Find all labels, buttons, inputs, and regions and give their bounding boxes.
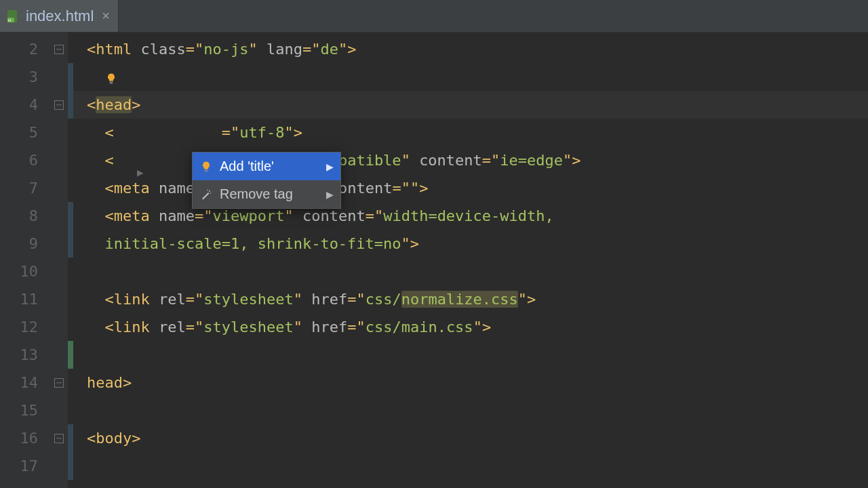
fold-toggle[interactable]	[54, 378, 64, 388]
menu-label: Add 'title'	[220, 159, 319, 174]
menu-item-add-title[interactable]: Add 'title'▶	[193, 152, 340, 180]
svg-rect-4	[205, 171, 208, 171]
bulb-icon	[199, 160, 213, 174]
code-line[interactable]: <html class="no-js" lang="de">	[68, 35, 868, 63]
gutter-row: 12	[0, 313, 68, 341]
change-marker	[68, 91, 73, 119]
svg-rect-8	[109, 81, 113, 83]
chevron-right-icon: ▶	[326, 161, 334, 172]
play-icon[interactable]: ▶	[137, 166, 144, 179]
gutter-row: 2	[0, 35, 68, 63]
svg-rect-3	[205, 169, 208, 171]
line-number: 17	[0, 458, 38, 474]
html-file-icon: H	[5, 9, 20, 24]
line-number: 11	[0, 291, 38, 308]
gutter-row: 8	[0, 202, 68, 230]
change-marker	[68, 341, 73, 369]
line-number: 10	[0, 263, 38, 280]
line-number: 12	[0, 319, 38, 336]
code-line[interactable]: <meta charset="utf-8">	[68, 119, 868, 146]
menu-item-remove-tag[interactable]: Remove tag▶	[193, 180, 340, 208]
tab-filename: index.html	[26, 7, 94, 25]
editor-tab[interactable]: H index.html ×	[0, 0, 119, 32]
svg-text:H: H	[8, 18, 11, 22]
code-line[interactable]: <link rel="stylesheet" href="css/main.cs…	[68, 313, 868, 341]
code-line[interactable]	[68, 396, 868, 424]
gutter-row: 16	[0, 424, 68, 452]
code-line[interactable]: head>	[68, 369, 868, 396]
change-marker	[68, 424, 73, 452]
code-line[interactable]: <head>	[68, 91, 868, 119]
code-line[interactable]	[68, 452, 868, 480]
line-number: 9	[0, 235, 38, 252]
gutter-row: 14	[0, 369, 68, 396]
code-line[interactable]: <meta http-equiv="x-ua-compatible" conte…	[68, 146, 868, 174]
line-number: 6	[0, 152, 38, 169]
gutter-row: 5	[0, 119, 68, 146]
gutter-row: 9	[0, 230, 68, 258]
gutter-row: 15	[0, 396, 68, 424]
gutter-row: 7	[0, 174, 68, 202]
line-number: 3	[0, 68, 38, 85]
tab-bar: H index.html ×	[0, 0, 868, 33]
line-number: 4	[0, 96, 38, 113]
svg-point-7	[210, 192, 212, 194]
change-marker	[68, 63, 73, 91]
code-area[interactable]: Add 'title'▶Remove tag▶ <html class="no-…	[68, 33, 868, 488]
gutter-row: 13	[0, 341, 68, 369]
code-line[interactable]: <meta name="description" content="">	[68, 174, 868, 202]
fold-toggle[interactable]	[54, 45, 64, 54]
code-line[interactable]: <body>	[68, 424, 868, 452]
wand-icon	[199, 188, 213, 201]
line-number: 14	[0, 374, 38, 391]
line-number: 13	[0, 346, 38, 363]
gutter-row: 11	[0, 285, 68, 313]
code-line[interactable]: initial-scale=1, shrink-to-fit=no">	[68, 230, 868, 258]
line-number: 16	[0, 430, 38, 447]
gutter-row: 17	[0, 452, 68, 480]
intention-menu: Add 'title'▶Remove tag▶	[192, 152, 341, 209]
line-number: 2	[0, 41, 38, 58]
code-line[interactable]: <meta name="viewport" content="width=dev…	[68, 202, 868, 230]
close-icon[interactable]: ×	[102, 8, 110, 24]
fold-toggle[interactable]	[54, 100, 64, 110]
editor: 234567891011121314151617 Add 'title'▶Rem…	[0, 33, 868, 488]
svg-point-6	[207, 189, 208, 190]
change-marker	[68, 230, 73, 258]
svg-rect-9	[110, 83, 113, 83]
bulb-icon[interactable]	[105, 71, 117, 83]
line-number: 7	[0, 180, 38, 197]
change-marker	[68, 202, 73, 230]
menu-label: Remove tag	[220, 186, 319, 202]
gutter-row: 6	[0, 146, 68, 174]
code-line[interactable]: <link rel="stylesheet" href="css/normali…	[68, 285, 868, 313]
line-number: 15	[0, 402, 38, 419]
code-line[interactable]	[68, 258, 868, 285]
gutter: 234567891011121314151617	[0, 33, 68, 488]
line-number: 5	[0, 124, 38, 141]
chevron-right-icon: ▶	[326, 189, 334, 200]
change-marker	[68, 452, 73, 480]
code-line[interactable]	[68, 63, 868, 91]
fold-toggle[interactable]	[54, 434, 64, 443]
gutter-row: 4	[0, 91, 68, 119]
line-number: 8	[0, 207, 38, 224]
gutter-row: 10	[0, 258, 68, 285]
gutter-row: 3	[0, 63, 68, 91]
svg-point-5	[209, 190, 210, 192]
code-line[interactable]	[68, 341, 868, 369]
